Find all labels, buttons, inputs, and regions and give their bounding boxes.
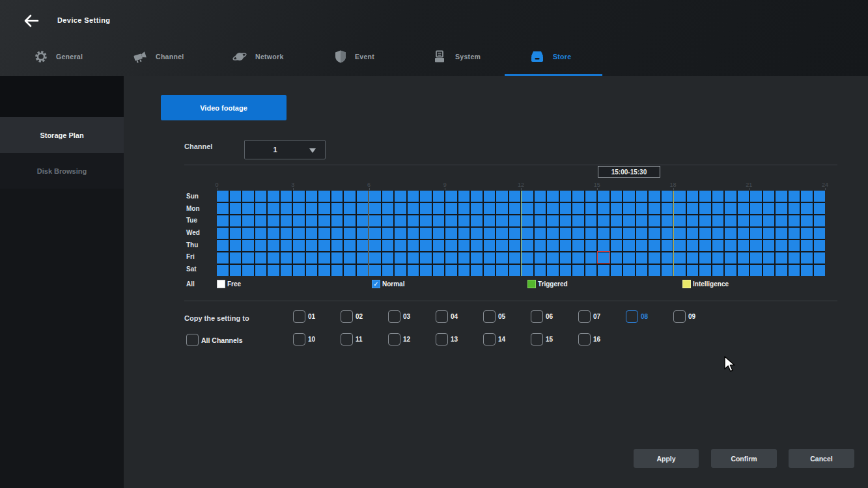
channel-option-14[interactable]: 14 [483,332,531,346]
schedule-cell-sun-3[interactable] [255,191,267,202]
channel-checkbox-15[interactable] [531,333,543,346]
schedule-cell-sat-1[interactable] [230,265,242,276]
schedule-cell-sat-14[interactable] [395,265,406,276]
schedule-cell-tue-35[interactable] [662,215,673,226]
schedule-cell-thu-4[interactable] [268,240,279,251]
schedule-cell-thu-8[interactable] [318,240,330,251]
schedule-cell-thu-15[interactable] [408,240,419,251]
schedule-cell-tue-24[interactable] [522,215,533,226]
schedule-cell-wed-33[interactable] [636,228,648,239]
legend-free[interactable]: Free [217,279,241,289]
channel-checkbox-14[interactable] [483,333,496,346]
schedule-cell-sun-22[interactable] [496,191,508,202]
schedule-cell-thu-22[interactable] [496,240,508,251]
schedule-cell-wed-16[interactable] [420,228,432,239]
schedule-cell-fri-20[interactable] [471,252,483,264]
schedule-cell-thu-6[interactable] [293,240,305,251]
schedule-cell-thu-41[interactable] [738,240,749,251]
schedule-cell-sat-13[interactable] [382,265,394,276]
schedule-cell-wed-12[interactable] [369,228,381,239]
schedule-cell-tue-22[interactable] [496,215,508,226]
confirm-button[interactable]: Confirm [711,449,777,468]
schedule-cell-wed-29[interactable] [585,228,597,239]
schedule-cell-tue-12[interactable] [369,215,381,226]
schedule-cell-sun-25[interactable] [535,191,546,202]
free-checkbox[interactable] [217,280,225,288]
schedule-cell-sat-30[interactable] [598,265,609,276]
schedule-cell-fri-11[interactable] [357,252,369,264]
schedule-cell-wed-11[interactable] [357,228,369,239]
sidebar-item-storage-plan[interactable]: Storage Plan [0,117,124,153]
schedule-cell-sun-29[interactable] [585,191,597,202]
schedule-cell-sun-34[interactable] [649,191,660,202]
schedule-cell-tue-33[interactable] [636,215,648,226]
schedule-cell-mon-15[interactable] [408,203,419,214]
schedule-cell-sun-30[interactable] [598,191,609,202]
schedule-cell-thu-23[interactable] [509,240,521,251]
schedule-cell-sat-26[interactable] [547,265,559,276]
schedule-cell-thu-19[interactable] [458,240,470,251]
schedule-cell-sat-17[interactable] [433,265,445,276]
schedule-cell-sat-28[interactable] [572,265,584,276]
all-channels-checkbox[interactable] [186,334,199,346]
schedule-cell-thu-33[interactable] [636,240,648,251]
schedule-cell-tue-26[interactable] [547,215,559,226]
schedule-cell-tue-30[interactable] [598,215,609,226]
schedule-cell-mon-23[interactable] [509,203,521,214]
schedule-cell-tue-44[interactable] [776,215,787,226]
channel-option-09[interactable]: 09 [673,310,721,323]
schedule-cell-mon-19[interactable] [458,203,470,214]
schedule-cell-mon-1[interactable] [230,203,242,214]
schedule-cell-thu-13[interactable] [382,240,394,251]
schedule-cell-thu-24[interactable] [522,240,533,251]
schedule-cell-sat-32[interactable] [623,265,635,276]
schedule-cell-sat-6[interactable] [293,265,305,276]
schedule-cell-sun-13[interactable] [382,191,394,202]
schedule-cell-mon-12[interactable] [369,203,381,214]
schedule-cell-sun-0[interactable] [217,191,229,202]
channel-option-02[interactable]: 02 [341,310,388,323]
schedule-cell-tue-7[interactable] [306,215,318,226]
schedule-cell-sun-19[interactable] [458,191,470,202]
schedule-cell-sun-42[interactable] [750,191,762,202]
schedule-cell-fri-33[interactable] [636,252,648,264]
schedule-cell-thu-43[interactable] [763,240,775,251]
schedule-cell-wed-13[interactable] [382,228,394,239]
channel-checkbox-10[interactable] [293,333,305,346]
schedule-cell-thu-40[interactable] [725,240,736,251]
schedule-cell-thu-35[interactable] [662,240,673,251]
schedule-cell-thu-39[interactable] [712,240,724,251]
schedule-cell-sun-32[interactable] [623,191,635,202]
schedule-cell-wed-9[interactable] [331,228,343,239]
schedule-cell-fri-47[interactable] [814,252,826,264]
schedule-cell-sun-1[interactable] [230,191,242,202]
schedule-cell-mon-22[interactable] [496,203,508,214]
tab-store[interactable]: Store [529,48,571,65]
schedule-cell-sat-39[interactable] [712,265,724,276]
schedule-cell-thu-38[interactable] [699,240,711,251]
schedule-cell-thu-29[interactable] [585,240,597,251]
schedule-cell-sun-8[interactable] [318,191,330,202]
schedule-cell-fri-5[interactable] [281,252,292,264]
schedule-cell-sat-25[interactable] [535,265,546,276]
schedule-cell-thu-44[interactable] [776,240,787,251]
schedule-cell-tue-3[interactable] [255,215,267,226]
schedule-cell-sun-39[interactable] [712,191,724,202]
schedule-cell-sun-45[interactable] [789,191,800,202]
schedule-cell-mon-36[interactable] [674,203,686,214]
schedule-cell-tue-23[interactable] [509,215,521,226]
schedule-cell-sun-17[interactable] [433,191,445,202]
schedule-cell-tue-25[interactable] [535,215,546,226]
schedule-cell-thu-27[interactable] [560,240,572,251]
schedule-cell-fri-3[interactable] [255,252,267,264]
schedule-cell-mon-4[interactable] [268,203,279,214]
schedule-cell-mon-35[interactable] [662,203,673,214]
schedule-cell-sat-31[interactable] [611,265,623,276]
schedule-cell-sun-43[interactable] [763,191,775,202]
schedule-cell-tue-16[interactable] [420,215,432,226]
schedule-cell-mon-20[interactable] [471,203,483,214]
schedule-cell-wed-28[interactable] [572,228,584,239]
schedule-cell-sat-46[interactable] [801,265,813,276]
tab-general[interactable]: General [34,48,83,65]
schedule-cell-sun-14[interactable] [395,191,406,202]
